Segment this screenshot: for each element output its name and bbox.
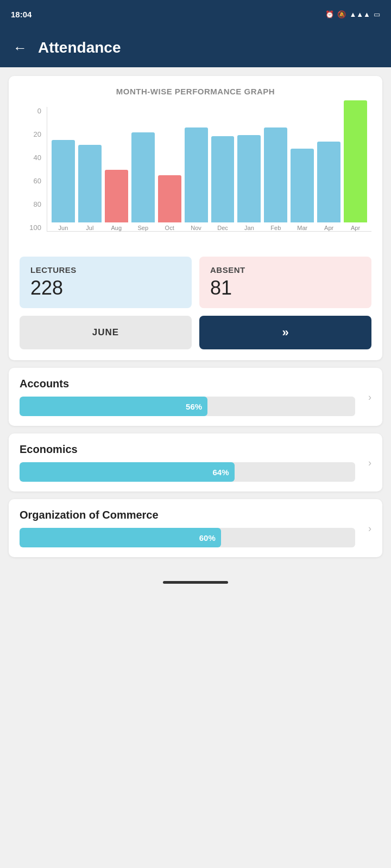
stats-row: LECTURES 228 ABSENT 81 <box>20 257 371 308</box>
bar-label-aug: Aug <box>111 225 122 231</box>
bar-apr-(cur) <box>317 142 340 223</box>
status-icons: ⏰ 🔕 ▲▲▲ ▭ <box>325 10 380 18</box>
bar-label-oct: Oct <box>165 225 174 231</box>
bar-col-aug: Aug <box>105 170 128 231</box>
chart-title: MONTH-WISE PERFORMANCE GRAPH <box>20 87 371 96</box>
bar-label-nov: Nov <box>191 225 201 231</box>
bar-col-apr-(cur): Apr <box>317 142 340 232</box>
bar-chart: 100 80 60 40 20 0 JunJulAugSepOctNovDecJ… <box>20 107 371 248</box>
status-time: 18:04 <box>11 10 31 19</box>
subject-name-economics: Economics <box>20 443 371 456</box>
absent-value: 81 <box>210 277 361 299</box>
month-button[interactable]: JUNE <box>20 316 192 349</box>
bar-label-apr: Apr <box>351 225 360 231</box>
home-indicator <box>163 581 228 584</box>
progress-bg-org-commerce: 60% <box>20 528 355 547</box>
bar-jan <box>237 135 261 222</box>
progress-fill-accounts: 56% <box>20 397 207 416</box>
bar-col-dec: Dec <box>211 136 235 231</box>
notification-icon: 🔕 <box>337 10 346 18</box>
bar-aug <box>105 170 128 222</box>
bar-col-nov: Nov <box>185 127 208 231</box>
progress-bg-economics: 64% <box>20 462 355 482</box>
subject-name-accounts: Accounts <box>20 378 371 390</box>
bar-label-jul: Jul <box>86 225 93 231</box>
nav-row: JUNE » <box>20 316 371 349</box>
status-bar: 18:04 ⏰ 🔕 ▲▲▲ ▭ <box>0 0 391 28</box>
lectures-label: LECTURES <box>30 265 181 275</box>
subject-name-org-commerce: Organization of Commerce <box>20 509 371 521</box>
bar-col-jul: Jul <box>78 145 102 231</box>
lectures-value: 228 <box>30 277 181 299</box>
bar-mar <box>291 149 314 222</box>
absent-card: ABSENT 81 <box>199 257 371 308</box>
next-button[interactable]: » <box>199 316 371 349</box>
bar-col-jun: Jun <box>52 140 75 231</box>
signal-icon: ▲▲▲ <box>349 10 370 18</box>
chevron-right-org-commerce: › <box>368 522 371 534</box>
chevron-right-economics: › <box>368 457 371 468</box>
bars-area: JunJulAugSepOctNovDecJanFebMarAprApr <box>47 107 371 232</box>
bar-label-apr-(cur): Apr <box>324 225 333 231</box>
bar-dec <box>211 136 235 222</box>
bar-label-sep: Sep <box>137 225 148 231</box>
bar-label-jan: Jan <box>244 225 254 231</box>
progress-fill-economics: 64% <box>20 462 235 482</box>
bar-feb <box>264 127 287 222</box>
chart-card: MONTH-WISE PERFORMANCE GRAPH 100 80 60 4… <box>9 76 382 360</box>
bottom-bar <box>0 571 391 593</box>
bar-col-apr: Apr <box>344 100 367 231</box>
chevron-right-accounts: › <box>368 391 371 403</box>
bar-nov <box>185 127 208 222</box>
absent-label: ABSENT <box>210 265 361 275</box>
bar-label-dec: Dec <box>217 225 228 231</box>
bar-apr <box>344 100 367 222</box>
bar-col-sep: Sep <box>131 132 155 231</box>
subject-card-economics[interactable]: Economics › 64% <box>9 433 382 492</box>
progress-bg-accounts: 56% <box>20 397 355 416</box>
bar-col-mar: Mar <box>291 149 314 231</box>
bar-label-mar: Mar <box>297 225 307 231</box>
page-title: Attendance <box>38 39 121 56</box>
y-axis: 100 80 60 40 20 0 <box>20 107 45 232</box>
battery-icon: ▭ <box>374 10 380 18</box>
bar-label-jun: Jun <box>59 225 68 231</box>
bar-col-oct: Oct <box>158 175 181 231</box>
wifi-icon: ⏰ <box>325 10 334 18</box>
bar-jun <box>52 140 75 222</box>
bar-col-jan: Jan <box>237 135 261 231</box>
subject-card-org-commerce[interactable]: Organization of Commerce › 60% <box>9 499 382 557</box>
lectures-card: LECTURES 228 <box>20 257 192 308</box>
progress-fill-org-commerce: 60% <box>20 528 221 547</box>
app-header: ← Attendance <box>0 28 391 67</box>
bar-label-feb: Feb <box>270 225 281 231</box>
bar-jul <box>78 145 102 222</box>
subject-card-accounts[interactable]: Accounts › 56% <box>9 368 382 426</box>
bar-col-feb: Feb <box>264 127 287 231</box>
bar-oct <box>158 175 181 222</box>
bar-sep <box>131 132 155 222</box>
back-button[interactable]: ← <box>13 40 27 56</box>
main-content: MONTH-WISE PERFORMANCE GRAPH 100 80 60 4… <box>0 67 391 566</box>
